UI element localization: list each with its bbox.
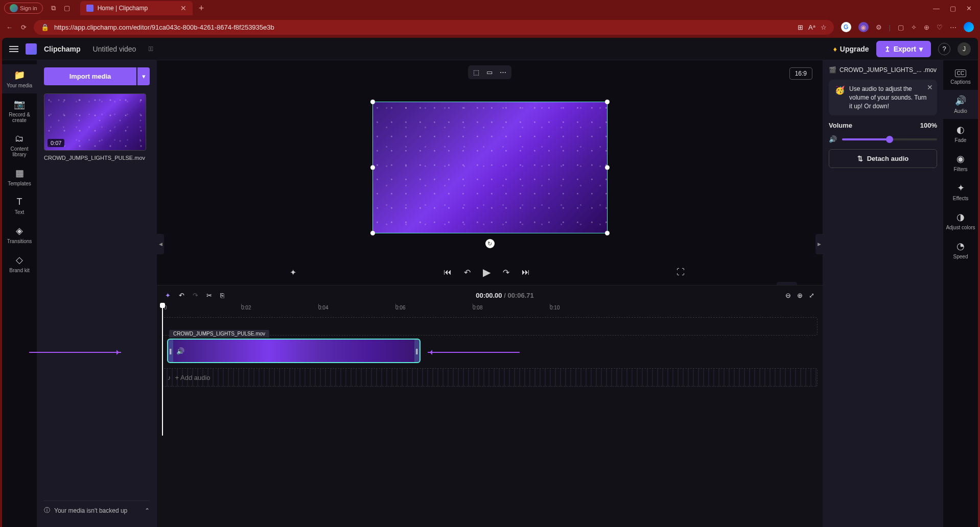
collapse-left-button[interactable]: ◀ [157, 234, 164, 254]
hamburger-menu[interactable] [9, 44, 18, 54]
fit-icon[interactable]: ▭ [486, 68, 493, 76]
volume-slider[interactable] [842, 138, 937, 140]
clip-trim-left[interactable]: ‖ [168, 340, 173, 362]
resize-handle-tr[interactable] [605, 100, 610, 104]
more-icon[interactable]: ⋯ [500, 68, 506, 76]
zoom-out-icon[interactable]: ⊖ [785, 292, 791, 299]
resize-handle-mr[interactable] [605, 165, 610, 170]
media-thumbnail[interactable]: 0:07 [44, 93, 146, 151]
tab-title: Home | Clipchamp [98, 5, 176, 12]
clip-trim-right[interactable]: ‖ [414, 340, 419, 362]
ai-icon[interactable]: ✦ [290, 268, 296, 277]
skip-forward-icon[interactable]: ⏭ [522, 268, 530, 277]
clip-audio-icon: 🔊 [176, 347, 184, 355]
duration-badge: 0:07 [48, 139, 64, 147]
tip-close-icon[interactable]: ✕ [927, 83, 933, 93]
audio-track[interactable]: ♪ + Add audio [162, 368, 818, 387]
backup-warning[interactable]: ⓘ Your media isn't backed up ⌃ [44, 500, 150, 520]
rail-your-media[interactable]: 📁Your media [2, 64, 37, 93]
fade-icon: ◐ [956, 124, 965, 135]
extensions-icon[interactable]: ⚙ [876, 23, 882, 31]
rail-transitions[interactable]: ◈Transitions [2, 220, 37, 249]
user-avatar[interactable]: J [958, 42, 971, 56]
fullscreen-icon[interactable]: ⛶ [676, 268, 685, 277]
slider-thumb[interactable] [886, 136, 893, 143]
collapse-right-button[interactable]: ▶ [815, 234, 823, 254]
rail-captions[interactable]: CCCaptions [943, 64, 978, 90]
copilot-icon[interactable] [964, 22, 974, 32]
skip-back-icon[interactable]: ⏮ [444, 268, 452, 277]
resize-handle-br[interactable] [605, 231, 610, 235]
refresh-icon[interactable]: ⟳ [21, 23, 27, 31]
crop-icon[interactable]: ⬚ [473, 68, 479, 76]
read-aloud-icon[interactable]: Aᵃ [808, 23, 815, 31]
minimize-icon[interactable]: — [933, 5, 940, 12]
upgrade-button[interactable]: ♦Upgrade [833, 45, 869, 53]
export-button[interactable]: ↥Export▾ [876, 41, 931, 57]
rail-content-library[interactable]: 🗂Content library [2, 128, 37, 162]
new-tab-button[interactable]: + [199, 3, 204, 14]
help-button[interactable]: ? [938, 43, 950, 55]
tab-close-icon[interactable]: ✕ [180, 4, 186, 12]
rail-speed[interactable]: ◔Speed [943, 235, 978, 265]
split-icon[interactable]: ⎘ [220, 292, 224, 299]
resize-handle-bl[interactable] [370, 231, 375, 235]
favorite-icon[interactable]: ☆ [821, 23, 827, 31]
rail-templates[interactable]: ▦Templates [2, 162, 37, 191]
rail-record[interactable]: 📷Record & create [2, 93, 37, 128]
speaker-icon[interactable]: 🔊 [829, 135, 837, 143]
redo-icon[interactable]: ↷ [193, 292, 198, 299]
google-ext-icon[interactable]: G [841, 22, 851, 32]
resize-handle-ml[interactable] [370, 165, 375, 170]
address-bar[interactable]: 🔒 https://app.clipchamp.com/editor/91ca0… [34, 20, 834, 35]
detach-audio-button[interactable]: ⇅ Detach audio [829, 149, 937, 168]
cut-icon[interactable]: ✂ [206, 292, 212, 299]
import-media-button[interactable]: Import media [44, 67, 136, 85]
rail-filters[interactable]: ◉Filters [943, 148, 978, 177]
resize-handle-tl[interactable] [370, 100, 375, 104]
browser-tab[interactable]: Home | Clipchamp ✕ [80, 1, 193, 15]
clipchamp-logo [26, 43, 37, 55]
apps-icon[interactable]: ⊞ [798, 23, 803, 31]
video-clip[interactable]: ‖ 🔊 ‖ [167, 339, 421, 363]
timeline-ruler[interactable]: 0 0:02 0:04 0:06 0:08 0:10 [157, 305, 823, 317]
cc-icon: CC [955, 69, 966, 77]
project-name[interactable]: Untitled video [93, 45, 136, 53]
signin-button[interactable]: Sign in [4, 3, 43, 14]
collections2-icon[interactable]: ⊕ [924, 23, 929, 31]
undo-icon[interactable]: ↶ [179, 292, 184, 299]
favorites-icon[interactable]: ✧ [911, 23, 917, 31]
aspect-ratio-button[interactable]: 16:9 [789, 67, 812, 80]
maximize-icon[interactable]: ▢ [950, 5, 956, 12]
close-icon[interactable]: ✕ [966, 5, 972, 12]
ai-sparkle-icon[interactable]: ✦ [165, 292, 171, 299]
forward-icon[interactable]: ↷ [503, 268, 509, 277]
reading-icon[interactable]: ♡ [937, 23, 943, 31]
rail-effects[interactable]: ✦Effects [943, 177, 978, 206]
import-dropdown[interactable]: ▾ [137, 67, 150, 85]
rail-audio[interactable]: 🔊Audio [943, 90, 978, 119]
playback-controls: ✦ ⏮ ↶ ▶ ↷ ⏭ ⛶ ⌄ [157, 259, 823, 285]
rotate-handle[interactable]: ↻ [485, 239, 495, 248]
collections-icon[interactable]: ▢ [898, 23, 904, 31]
rail-fade[interactable]: ◐Fade [943, 119, 978, 148]
media-panel: Import media ▾ 0:07 CROWD_JUMPS_LIGHTS_P… [37, 60, 157, 527]
rail-brand-kit[interactable]: ◇Brand kit [2, 249, 37, 278]
workspaces-icon[interactable]: ⧉ [51, 4, 56, 12]
info-icon: ⓘ [44, 506, 50, 515]
rewind-icon[interactable]: ↶ [464, 268, 471, 277]
more-icon[interactable]: ⋯ [950, 23, 956, 31]
rail-adjust-colors[interactable]: ◑Adjust colors [943, 206, 978, 235]
zoom-in-icon[interactable]: ⊕ [797, 292, 803, 299]
filters-icon: ◉ [956, 153, 965, 164]
rail-text[interactable]: TText [2, 191, 37, 220]
colors-icon: ◑ [956, 211, 965, 223]
back-icon[interactable]: ← [6, 23, 13, 31]
zoom-fit-icon[interactable]: ⤢ [809, 292, 814, 299]
preview-canvas[interactable]: ↻ [372, 102, 608, 233]
play-button[interactable]: ▶ [483, 266, 491, 278]
tab-actions-icon[interactable]: ▢ [64, 4, 70, 12]
sync-off-icon[interactable]: ☁⃠ [148, 45, 153, 53]
purple-ext-icon[interactable]: ◉ [858, 22, 869, 32]
playhead[interactable] [162, 303, 163, 436]
